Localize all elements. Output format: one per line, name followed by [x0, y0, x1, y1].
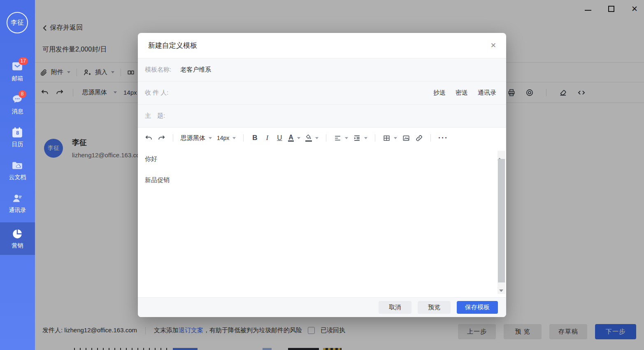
link-icon[interactable] — [415, 134, 423, 142]
sidebar-item-calendar[interactable]: 8 日历 — [0, 127, 35, 148]
template-name-label: 模板名称: — [145, 66, 171, 74]
chevron-down-icon[interactable] — [364, 137, 367, 139]
chevron-down-icon[interactable] — [345, 137, 348, 139]
save-template-button[interactable]: 保存模板 — [457, 301, 498, 314]
mail-unread-badge: 17 — [19, 57, 28, 65]
contacts-icon — [11, 193, 24, 204]
recipient-options: 抄送 密送 通讯录 — [433, 89, 496, 97]
chevron-down-icon[interactable] — [315, 137, 319, 139]
sidebar-item-marketing[interactable]: 营销 — [0, 222, 35, 255]
sidebar-item-messages[interactable]: 8 消息 — [0, 94, 35, 115]
sidebar-item-label: 日历 — [0, 141, 35, 148]
chevron-down-icon[interactable] — [209, 137, 212, 139]
chevron-down-icon[interactable] — [297, 137, 300, 139]
more-options-button[interactable]: ··· — [438, 134, 448, 142]
underline-button[interactable]: U — [276, 134, 283, 142]
editor-toolbar: 思源黑体 14px B I U A — [138, 128, 506, 148]
sidebar-item-label: 通讯录 — [0, 207, 35, 214]
sidebar-item-contacts[interactable]: 通讯录 — [0, 193, 35, 214]
body-line: 你好 — [145, 154, 486, 164]
editor-body[interactable]: 你好 新品促销 — [138, 148, 506, 297]
align-icon[interactable] — [334, 134, 342, 142]
font-size-select[interactable]: 14px — [217, 135, 229, 141]
bcc-button[interactable]: 密送 — [456, 89, 468, 97]
scroll-down-arrow[interactable] — [499, 289, 503, 292]
sidebar-item-clouddocs[interactable]: 云文档 — [0, 160, 35, 181]
sidebar-item-label: 邮箱 — [0, 75, 35, 82]
divider — [375, 134, 375, 142]
chevron-down-icon[interactable] — [394, 137, 397, 139]
image-icon[interactable] — [402, 134, 410, 142]
messages-unread-badge: 8 — [19, 90, 26, 98]
contacts-button[interactable]: 通讯录 — [478, 89, 496, 97]
divider — [243, 134, 244, 142]
app-window: 李征 17 邮箱 8 消息 8 日历 — [0, 0, 644, 350]
scrollbar[interactable] — [498, 151, 505, 294]
modal-preview-button[interactable]: 预览 — [418, 301, 451, 314]
subject-label: 主 题: — [145, 112, 165, 120]
chat-icon: 8 — [11, 94, 24, 105]
font-color-button[interactable]: A — [288, 134, 294, 142]
table-icon[interactable] — [383, 134, 391, 142]
undo-icon[interactable] — [145, 134, 153, 142]
sidebar-item-label: 云文档 — [0, 174, 35, 181]
highlight-color-bar — [305, 140, 312, 142]
list-indent-icon[interactable] — [353, 134, 361, 142]
scrollbar-thumb[interactable] — [498, 159, 505, 282]
bold-button[interactable]: B — [251, 134, 258, 142]
close-icon[interactable]: ✕ — [491, 41, 496, 50]
modal-title: 新建自定义模板 — [148, 41, 197, 50]
subject-row: 主 题: — [138, 105, 506, 128]
cloud-folder-icon — [11, 160, 24, 171]
divider — [326, 134, 326, 142]
divider — [430, 134, 431, 142]
modal-header: 新建自定义模板 ✕ — [138, 33, 506, 58]
font-name-select[interactable]: 思源黑体 — [181, 134, 205, 142]
sidebar-item-label: 消息 — [0, 108, 35, 115]
template-name-row: 模板名称: 老客户维系 — [138, 58, 506, 82]
calendar-date: 8 — [11, 130, 24, 136]
pie-chart-icon — [11, 228, 24, 240]
sidebar-item-mail[interactable]: 17 邮箱 — [0, 61, 35, 82]
recipients-label: 收 件 人: — [145, 89, 169, 97]
sidebar-item-label: 营销 — [0, 242, 35, 250]
body-line: 新品促销 — [145, 175, 486, 185]
italic-button[interactable]: I — [263, 134, 271, 142]
mail-icon: 17 — [11, 61, 24, 72]
modal-footer: 取消 预览 保存模板 — [138, 297, 506, 317]
avatar-initials: 李征 — [11, 19, 24, 27]
chevron-down-icon[interactable] — [232, 137, 236, 139]
recipients-row: 收 件 人: 抄送 密送 通讯录 — [138, 82, 506, 105]
user-avatar[interactable]: 李征 — [7, 12, 28, 33]
divider — [173, 134, 173, 142]
template-name-input[interactable]: 老客户维系 — [180, 66, 211, 74]
cancel-button[interactable]: 取消 — [379, 301, 412, 314]
new-template-modal: 新建自定义模板 ✕ 模板名称: 老客户维系 收 件 人: 抄送 密送 通讯录 主… — [138, 33, 506, 317]
redo-icon[interactable] — [158, 134, 165, 142]
cc-button[interactable]: 抄送 — [433, 89, 446, 97]
calendar-icon: 8 — [11, 127, 24, 138]
sidebar: 李征 17 邮箱 8 消息 8 日历 — [0, 0, 35, 350]
highlight-color-button[interactable] — [305, 134, 312, 142]
